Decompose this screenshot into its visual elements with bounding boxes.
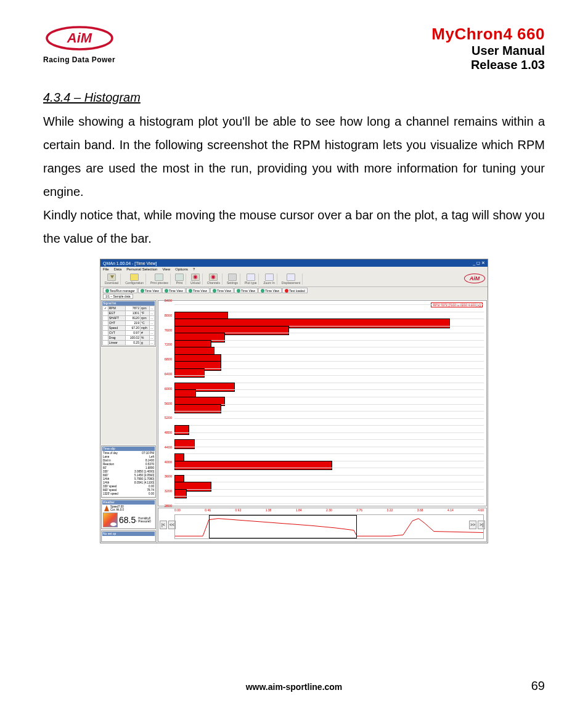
weather-pane: Weather Speed7.00Cor. Alt.0.0 68.5° Humi… [101, 499, 156, 529]
histogram-bar[interactable] [174, 489, 187, 499]
footer-url: www.aim-sportline.com [246, 682, 343, 692]
strip-chart[interactable]: 0.000.460.921.381.842.302.763.223.684.14… [158, 508, 487, 542]
view-tab[interactable]: Test/Run manager [103, 288, 137, 293]
menu-options[interactable]: Options [175, 267, 188, 272]
signal-val: 0.97 [126, 331, 141, 336]
signal-more-icon[interactable]: ... [150, 306, 155, 311]
brand-tagline: Racing Data Power [43, 55, 115, 64]
toolbar-channels[interactable]: Channels [205, 274, 223, 285]
tab-label: Time View [193, 289, 207, 293]
strip-x-tick: 0.92 [235, 508, 241, 513]
view-tab[interactable]: Time View [234, 288, 258, 293]
y-axis-tick: 4800 [158, 431, 172, 434]
tab-strip[interactable]: Test/Run managerTime ViewTime ViewTime V… [100, 287, 488, 294]
y-axis-tick: 6400 [158, 372, 172, 376]
menu-personal-selection[interactable]: Personal Selection [126, 267, 157, 272]
signal-more-icon[interactable]: ... [150, 316, 155, 321]
histogram-chart[interactable]: RPM 7872 [7600 to 8200 4.608 [s]] 840080… [158, 300, 487, 506]
histogram-bar[interactable] [174, 425, 189, 435]
print-icon [175, 274, 184, 281]
signal-unit: rpm [140, 316, 149, 321]
signal-row[interactable]: Drag100.02%... [103, 336, 155, 341]
signal-row[interactable]: CVT0.97#... [103, 331, 155, 336]
signal-more-icon[interactable]: ... [150, 321, 155, 326]
signal-more-icon[interactable]: ... [150, 336, 155, 341]
doc-subtitle-2: Release 1.03 [431, 58, 545, 72]
toolbar-plot-type[interactable]: Plot type [243, 274, 259, 285]
menu-view[interactable]: View [162, 267, 170, 272]
view-tab[interactable]: Test loaded [282, 288, 308, 293]
toolbar-configuration[interactable]: Configuration [123, 274, 146, 285]
wind-arrow-icon [104, 505, 109, 511]
brand-logo-block: AiM Racing Data Power [43, 25, 115, 64]
titlebar[interactable]: QMAn 1.00.04 - [Time View] _ ◻ ✕ [100, 259, 488, 267]
view-tab[interactable]: Time View [210, 288, 234, 293]
signal-row[interactable]: SHAFT8120rpm... [103, 316, 155, 321]
weather-value: 0 [149, 520, 151, 523]
body-text: While showing a histogram plot you'll be… [43, 110, 545, 250]
signal-more-icon[interactable]: ... [150, 331, 155, 336]
toolbar-label: Displacement [282, 281, 300, 285]
signal-chk [103, 341, 108, 346]
y-axis-tick: 3200 [158, 489, 172, 493]
histogram-bar[interactable] [174, 368, 205, 378]
toolbar-label: Print preview [150, 281, 168, 285]
signal-chk: ✓ [103, 306, 108, 311]
view-tab[interactable]: Time View [258, 288, 282, 293]
signal-more-icon[interactable]: ... [150, 311, 155, 316]
dataset-tab[interactable]: 1/1 – Sample data [103, 294, 133, 299]
weather-key: Cor. Alt. [110, 508, 120, 511]
page-header: AiM Racing Data Power MyChron4 660 User … [43, 25, 545, 72]
menu-?[interactable]: ? [193, 267, 195, 272]
toolbar-download[interactable]: Download [103, 274, 121, 285]
signal-row[interactable]: CHT219°C... [103, 321, 155, 326]
clock-icon [105, 289, 109, 293]
nav-first-button[interactable]: |< [160, 521, 167, 529]
signal-more-icon[interactable]: ... [150, 326, 155, 331]
toolbar-label: Plot type [245, 281, 256, 285]
menu-data[interactable]: Data [114, 267, 122, 272]
menu-file[interactable]: File [103, 267, 109, 272]
signals-table[interactable]: ✓RPM7872rpm...EGT1301°F...SHAFT8120rpm..… [102, 306, 155, 346]
histogram-bar[interactable] [174, 404, 221, 414]
signal-row[interactable]: ✓RPM7872rpm... [103, 306, 155, 311]
zoom-in-icon [265, 274, 274, 281]
doc-subtitle-1: User Manual [431, 44, 545, 58]
signal-name: Drag [108, 336, 125, 341]
signal-row[interactable]: Speed67.20mph... [103, 326, 155, 331]
strip-x-tick: 1.84 [296, 508, 302, 513]
toolbar[interactable]: DownloadConfigurationPrint previewPrintU… [100, 272, 488, 287]
toolbar-label: Channels [207, 281, 220, 285]
y-axis-tick: 7600 [158, 328, 172, 332]
y-axis-tick: 5600 [158, 402, 172, 405]
clock-icon [189, 289, 192, 293]
view-tab[interactable]: Time View [138, 288, 161, 293]
view-tab[interactable]: Time View [186, 288, 210, 293]
app-brand-icon: AiM [464, 274, 485, 283]
menubar[interactable]: FileDataPersonal SelectionViewOptions? [100, 267, 488, 272]
timeslip-key: 1320' speed [103, 492, 118, 496]
displacement-icon [287, 274, 295, 281]
histogram-bar[interactable] [174, 461, 332, 471]
signal-row[interactable]: EGT1301°F... [103, 311, 155, 316]
window-controls[interactable]: _ ◻ ✕ [473, 261, 485, 266]
toolbar-zoom-in[interactable]: Zoom In [261, 274, 277, 285]
toolbar-label: Configuration [125, 281, 144, 285]
signal-more-icon[interactable]: ... [150, 341, 155, 346]
weather-sun-icon [103, 513, 118, 527]
test-loaded-icon [285, 289, 288, 293]
toolbar-print-preview[interactable]: Print preview [149, 274, 171, 285]
toolbar-label: Download [105, 281, 118, 285]
signal-name: Speed [108, 326, 125, 331]
tab-label: Time View [217, 289, 231, 293]
toolbar-settings[interactable]: Settings [225, 274, 240, 285]
signal-unit: % [140, 336, 149, 341]
timeslip-body: Time of day07:10 PMLaneLeftDial in8.1400… [102, 451, 155, 497]
view-tab[interactable]: Time View [162, 288, 186, 293]
toolbar-unload[interactable]: Unload [189, 274, 203, 285]
signal-row[interactable]: Linear0.25g... [103, 341, 155, 346]
toolbar-displacement[interactable]: Displacement [280, 274, 303, 285]
signal-unit: rpm [140, 306, 149, 311]
toolbar-print[interactable]: Print [173, 274, 186, 285]
histogram-bar[interactable] [174, 439, 195, 449]
